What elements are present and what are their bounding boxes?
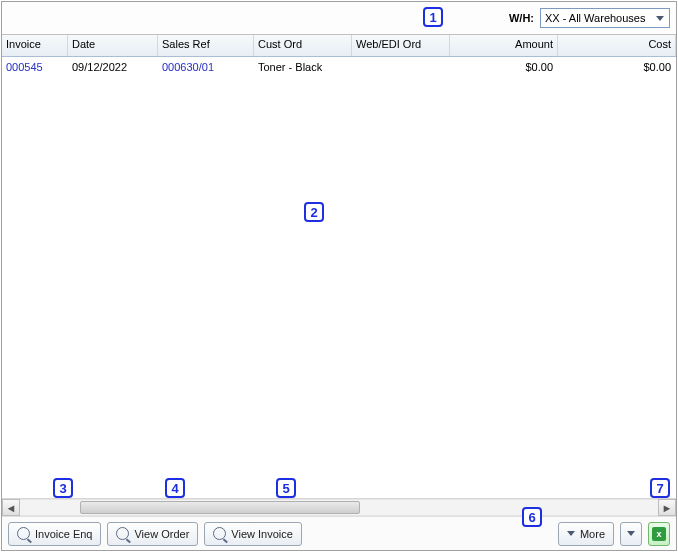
scroll-track[interactable] — [20, 499, 658, 516]
action-bar: Invoice Enq View Order View Invoice More… — [2, 516, 676, 550]
filter-bar: W/H: XX - All Warehouses — [2, 2, 676, 34]
cell-amount: $0.00 — [450, 58, 558, 76]
view-invoice-label: View Invoice — [231, 528, 293, 540]
col-cost[interactable]: Cost — [558, 35, 676, 56]
col-web-edi[interactable]: Web/EDI Ord — [352, 35, 450, 56]
cell-cost: $0.00 — [558, 58, 676, 76]
scroll-left-button[interactable]: ◄ — [2, 499, 20, 516]
more-dropdown-button[interactable] — [620, 522, 642, 546]
warehouse-select[interactable]: XX - All Warehouses — [540, 8, 670, 28]
col-date[interactable]: Date — [68, 35, 158, 56]
col-cust-ord[interactable]: Cust Ord — [254, 35, 352, 56]
export-excel-button[interactable]: x — [648, 522, 670, 546]
horizontal-scrollbar[interactable]: ◄ ► — [2, 498, 676, 516]
magnifier-icon — [213, 527, 226, 540]
more-button[interactable]: More — [558, 522, 614, 546]
annotation-badge: 2 — [304, 202, 324, 222]
chevron-down-icon — [567, 531, 575, 536]
warehouse-label: W/H: — [509, 12, 534, 24]
warehouse-select-value: XX - All Warehouses — [545, 12, 645, 24]
invoice-enq-button[interactable]: Invoice Enq — [8, 522, 101, 546]
magnifier-icon — [116, 527, 129, 540]
invoice-enq-label: Invoice Enq — [35, 528, 92, 540]
cell-invoice-link[interactable]: 000545 — [6, 61, 43, 73]
cell-date: 09/12/2022 — [68, 58, 158, 76]
view-order-label: View Order — [134, 528, 189, 540]
view-order-button[interactable]: View Order — [107, 522, 198, 546]
grid-body[interactable]: 000545 09/12/2022 000630/01 Toner - Blac… — [2, 57, 676, 498]
annotation-badge: 3 — [53, 478, 73, 498]
annotation-badge: 7 — [650, 478, 670, 498]
view-invoice-button[interactable]: View Invoice — [204, 522, 302, 546]
cell-sales-ref-link[interactable]: 000630/01 — [162, 61, 214, 73]
app-window: W/H: XX - All Warehouses Invoice Date Sa… — [1, 1, 677, 551]
excel-icon: x — [652, 527, 666, 541]
scroll-thumb[interactable] — [80, 501, 360, 514]
annotation-badge: 1 — [423, 7, 443, 27]
scroll-right-button[interactable]: ► — [658, 499, 676, 516]
col-amount[interactable]: Amount — [450, 35, 558, 56]
col-invoice[interactable]: Invoice — [2, 35, 68, 56]
annotation-badge: 5 — [276, 478, 296, 498]
cell-cust-ord: Toner - Black — [254, 58, 352, 76]
annotation-badge: 6 — [522, 507, 542, 527]
chevron-down-icon — [653, 11, 667, 25]
annotation-badge: 4 — [165, 478, 185, 498]
magnifier-icon — [17, 527, 30, 540]
invoice-grid: Invoice Date Sales Ref Cust Ord Web/EDI … — [2, 34, 676, 516]
caret-down-icon — [627, 531, 635, 536]
more-label: More — [580, 528, 605, 540]
table-row[interactable]: 000545 09/12/2022 000630/01 Toner - Blac… — [2, 57, 676, 77]
grid-header: Invoice Date Sales Ref Cust Ord Web/EDI … — [2, 35, 676, 57]
cell-web-edi — [352, 64, 450, 70]
col-sales-ref[interactable]: Sales Ref — [158, 35, 254, 56]
